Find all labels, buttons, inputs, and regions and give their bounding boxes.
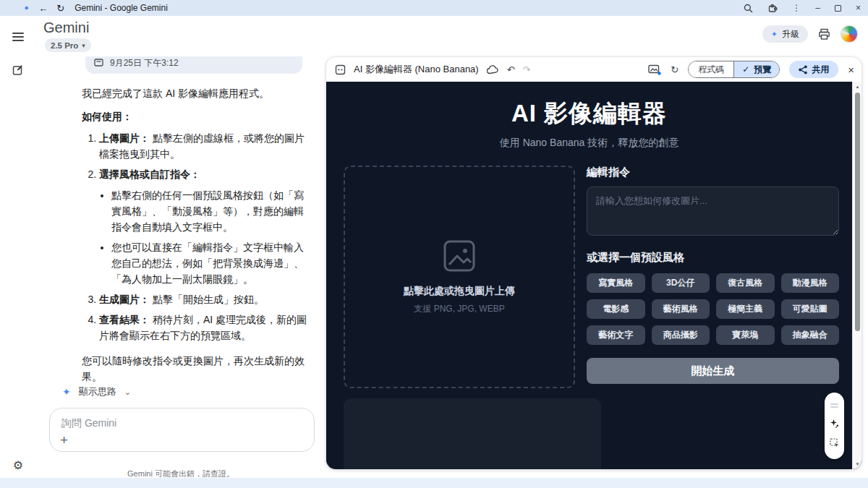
- style-preset-button[interactable]: 寫實風格: [587, 273, 645, 293]
- steps-list: 上傳圖片： 點擊左側的虛線框，或將您的圖片檔案拖曳到其中。 選擇風格或自訂指令：…: [82, 130, 309, 343]
- show-thoughts-toggle[interactable]: ✦ 顯示思路 ⌄: [62, 385, 131, 398]
- app-preview-page: AI 影像編輯器 使用 Nano Banana 技術，釋放您的創意: [326, 82, 852, 469]
- canvas-title: AI 影像編輯器 (Nano Banana): [354, 63, 479, 76]
- timestamp-label: 9月25日 下午3:12: [110, 57, 179, 69]
- chevron-down-icon: ▾: [82, 42, 85, 49]
- how-to-title: 如何使用：: [82, 108, 309, 124]
- closing-text: 您可以隨時修改指令或更換圖片，再次生成新的效果。: [82, 353, 309, 385]
- result-preview-area: [344, 398, 601, 469]
- edit-controls: 編輯指令 或選擇一個預設風格 寫實風格 3D公仔 復古風格 動漫風格 電影感: [587, 166, 839, 388]
- step-title: 選擇風格或自訂指令：: [99, 168, 200, 180]
- restore-icon[interactable]: [835, 5, 841, 12]
- assistant-message: 我已經完成了這款 AI 影像編輯應用程式。 如何使用： 上傳圖片： 點擊左側的虛…: [82, 85, 309, 385]
- style-preset-button[interactable]: 藝術風格: [652, 299, 710, 319]
- generate-button[interactable]: 開始生成: [587, 358, 839, 384]
- sparkle-edit-icon[interactable]: [830, 419, 839, 428]
- upgrade-label: 升級: [782, 28, 799, 40]
- tab-preview[interactable]: ✓ 預覽: [734, 61, 779, 77]
- prompt-textarea[interactable]: [587, 187, 839, 236]
- step-text: 點擊「開始生成」按鈕。: [153, 294, 264, 305]
- chat-input[interactable]: 詢問 Gemini +: [49, 408, 315, 452]
- tab-code[interactable]: 程式碼: [689, 61, 734, 77]
- upgrade-button[interactable]: ✦ 升級: [762, 25, 808, 43]
- style-preset-button[interactable]: 商品攝影: [652, 325, 710, 345]
- style-preset-button[interactable]: 抽象融合: [781, 325, 840, 345]
- gemini-favicon-icon: ✦: [23, 4, 30, 13]
- style-preset-button[interactable]: 3D公仔: [652, 273, 710, 293]
- style-preset-button[interactable]: 極簡主義: [716, 299, 775, 319]
- step-title: 查看結果：: [99, 314, 150, 325]
- outline-tool-icon[interactable]: [830, 403, 838, 408]
- upload-title: 點擊此處或拖曳圖片上傳: [404, 285, 515, 298]
- style-preset-button[interactable]: 動漫風格: [781, 273, 840, 293]
- zoom-icon[interactable]: [744, 4, 753, 13]
- style-presets-grid: 寫實風格 3D公仔 復古風格 動漫風格 電影感 藝術風格 極簡主義 可愛貼圖 藝: [587, 273, 839, 345]
- chat-input-placeholder: 詢問 Gemini: [61, 417, 116, 430]
- header-actions: ✦ 升級: [762, 25, 858, 43]
- browser-titlebar: ✦ ← ↻ Gemini - Google Gemini ⋮ – ×: [0, 0, 868, 16]
- chevron-down-icon: ⌄: [124, 388, 131, 397]
- code-label: 程式碼: [698, 64, 724, 76]
- style-preset-button[interactable]: 藝術文字: [587, 325, 645, 345]
- share-label: 共用: [812, 64, 829, 76]
- style-preset-button[interactable]: 寶萊塢: [716, 325, 775, 345]
- sparkle-icon: ✦: [771, 30, 778, 39]
- refresh-preview-icon[interactable]: ↻: [671, 64, 678, 75]
- back-icon[interactable]: ←: [38, 3, 48, 14]
- avatar[interactable]: [841, 25, 858, 43]
- settings-gear-icon[interactable]: ⚙: [13, 458, 23, 472]
- window-controls: ⋮ – ×: [744, 3, 861, 13]
- close-window-icon[interactable]: ×: [856, 3, 861, 13]
- undo-icon[interactable]: ↶: [507, 64, 515, 75]
- cloud-save-icon[interactable]: [487, 65, 499, 74]
- add-attachment-icon[interactable]: +: [60, 432, 68, 448]
- canvas-doc-icon: [94, 59, 103, 68]
- minimize-icon[interactable]: –: [815, 3, 820, 13]
- show-thoughts-label: 顯示思路: [79, 385, 116, 398]
- scroll-down-icon[interactable]: ▼: [853, 462, 861, 466]
- image-upload-dropzone[interactable]: 點擊此處或拖曳圖片上傳 支援 PNG, JPG, WEBP: [344, 166, 575, 388]
- upload-subtitle: 支援 PNG, JPG, WEBP: [414, 303, 504, 315]
- styles-label: 或選擇一個預設風格: [587, 251, 839, 265]
- extensions-icon[interactable]: [767, 3, 778, 13]
- chat-column: 9月25日 下午3:12 我已經完成了這款 AI 影像編輯應用程式。 如何使用：…: [36, 56, 326, 488]
- window-title: Gemini - Google Gemini: [75, 3, 168, 13]
- select-element-icon[interactable]: [830, 438, 840, 448]
- canvas-version-chip[interactable]: 9月25日 下午3:12: [85, 56, 302, 74]
- new-chat-icon[interactable]: [12, 64, 24, 76]
- scroll-up-icon[interactable]: ▲: [853, 85, 861, 89]
- menu-icon[interactable]: [12, 33, 24, 41]
- close-canvas-icon[interactable]: ×: [848, 64, 854, 76]
- step-item: 生成圖片： 點擊「開始生成」按鈕。: [99, 291, 309, 307]
- browser-menu-icon[interactable]: ⋮: [792, 3, 801, 13]
- share-button[interactable]: 共用: [789, 61, 838, 78]
- step-item: 查看結果： 稍待片刻，AI 處理完成後，新的圖片將會顯示在右下方的預覽區域。: [99, 312, 309, 343]
- image-placeholder-icon: [442, 239, 477, 273]
- step-title: 上傳圖片：: [99, 132, 150, 144]
- style-preset-button[interactable]: 電影感: [587, 299, 645, 319]
- code-preview-toggle: 程式碼 ✓ 預覽: [688, 61, 780, 78]
- app-preview-body: AI 影像編輯器 使用 Nano Banana 技術，釋放您的創意: [326, 82, 861, 469]
- scrollbar-thumb[interactable]: [855, 93, 860, 331]
- prompt-label: 編輯指令: [587, 166, 839, 179]
- bottom-strip: [0, 478, 868, 488]
- image-notification-icon[interactable]: [648, 64, 661, 75]
- sparkle-icon: ✦: [62, 386, 71, 398]
- preview-app-subtitle: 使用 Nano Banana 技術，釋放您的創意: [326, 137, 852, 150]
- model-selector[interactable]: 2.5 Pro ▾: [45, 38, 91, 52]
- style-preset-button[interactable]: 復古風格: [716, 273, 775, 293]
- preview-scrollbar[interactable]: ▲ ▼: [852, 82, 861, 469]
- share-icon: [799, 65, 807, 74]
- redo-icon[interactable]: ↷: [523, 64, 531, 75]
- reload-icon[interactable]: ↻: [56, 3, 64, 14]
- style-preset-button[interactable]: 可愛貼圖: [781, 299, 840, 319]
- bullet-item: 您也可以直接在「編輯指令」文字框中輸入您自己的想法，例如「把背景換成海邊」、「為…: [111, 239, 309, 287]
- screen: ✦ ← ↻ Gemini - Google Gemini ⋮ – × ⚙: [0, 0, 868, 488]
- model-label: 2.5 Pro: [51, 41, 78, 50]
- preview-columns: 點擊此處或拖曳圖片上傳 支援 PNG, JPG, WEBP 編輯指令 或選擇一個…: [326, 150, 852, 388]
- left-rail: ⚙: [0, 16, 36, 488]
- print-icon[interactable]: [818, 28, 830, 40]
- step-bullets: 點擊右側的任何一個預設風格按鈕（如「寫實風格」、「動漫風格」等），對應的編輯指令…: [99, 187, 309, 288]
- page-title: Gemini: [43, 20, 89, 36]
- preview-app-title: AI 影像編輯器: [326, 98, 852, 130]
